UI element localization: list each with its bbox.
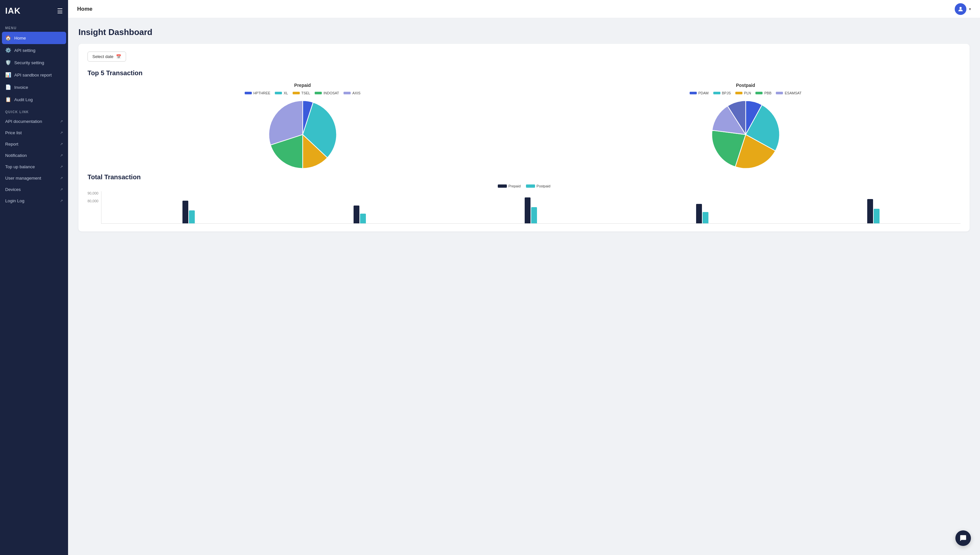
- content-area: Insight Dashboard Select date 📅 Top 5 Tr…: [68, 18, 980, 555]
- hamburger-icon[interactable]: ☰: [57, 7, 63, 15]
- postpaid-legend-item-BPJS: BPJS: [713, 91, 731, 95]
- legend-color: [293, 92, 300, 94]
- legend-color: [245, 92, 252, 94]
- prepaid-legend-item-TSEL: TSEL: [293, 91, 311, 95]
- chevron-down-icon[interactable]: ▾: [969, 7, 971, 11]
- pie-charts-row: Prepaid HPTHREEXLTSELINDOSATAXIS Postpai…: [88, 83, 961, 170]
- y-label-80k: 80,000: [88, 199, 99, 203]
- bar-prepaid-0: [183, 201, 188, 223]
- quick-link-api-documentation[interactable]: API documentation↗: [0, 116, 68, 127]
- external-link-icon-5: ↗: [60, 176, 63, 180]
- bar-group-4: [789, 199, 958, 223]
- sidebar: IAK ☰ MENU 🏠Home⚙️API setting🛡️Security …: [0, 0, 68, 555]
- bar-postpaid-1: [360, 213, 366, 223]
- sidebar-item-api-setting[interactable]: ⚙️API setting: [0, 44, 68, 56]
- nav-icon-1: ⚙️: [5, 47, 11, 53]
- topbar: Home ▾: [68, 0, 980, 18]
- nav-icon-2: 🛡️: [5, 59, 11, 66]
- topbar-right: ▾: [955, 3, 971, 15]
- legend-color: [275, 92, 282, 94]
- nav-icon-5: 📋: [5, 96, 11, 103]
- bar-group-0: [104, 201, 273, 223]
- main-area: Home ▾ Insight Dashboard Select date 📅 T…: [68, 0, 980, 555]
- bar-postpaid-3: [703, 212, 708, 223]
- legend-color: [690, 92, 697, 94]
- bar-postpaid-4: [874, 209, 879, 223]
- prepaid-legend-item-INDOSAT: INDOSAT: [315, 91, 339, 95]
- bar-legend-item-prepaid: Prepaid: [498, 184, 521, 188]
- quick-link-devices[interactable]: Devices↗: [0, 184, 68, 195]
- user-avatar[interactable]: [955, 3, 966, 15]
- external-link-icon-7: ↗: [60, 199, 63, 203]
- bar-postpaid-2: [531, 207, 537, 223]
- prepaid-pie-chart: [267, 99, 338, 170]
- legend-color: [713, 92, 721, 94]
- postpaid-legend-item-PLN: PLN: [735, 91, 751, 95]
- svg-point-0: [959, 7, 962, 9]
- prepaid-legend-item-HPTHREE: HPTHREE: [245, 91, 271, 95]
- postpaid-legend-item-ESAMSAT: ESAMSAT: [776, 91, 801, 95]
- y-axis: 90,000 80,000: [88, 191, 99, 224]
- topbar-title: Home: [77, 6, 92, 12]
- sidebar-item-audit-log[interactable]: 📋Audit Log: [0, 93, 68, 106]
- sidebar-item-home[interactable]: 🏠Home: [2, 32, 66, 44]
- prepaid-legend-item-XL: XL: [275, 91, 288, 95]
- top5-title: Top 5 Transaction: [88, 69, 961, 77]
- postpaid-legend: PDAMBPJSPLNPBBESAMSAT: [690, 91, 801, 95]
- legend-color: [344, 92, 351, 94]
- select-date-label: Select date: [92, 54, 114, 59]
- dashboard-title: Insight Dashboard: [78, 27, 970, 37]
- quick-link-notification[interactable]: Notification↗: [0, 150, 68, 161]
- main-card: Select date 📅 Top 5 Transaction Prepaid …: [78, 44, 970, 231]
- y-label-90k: 90,000: [88, 191, 99, 195]
- logo: IAK: [5, 6, 21, 16]
- sidebar-item-api-sandbox-report[interactable]: 📊API sandbox report: [0, 69, 68, 81]
- sidebar-item-security-setting[interactable]: 🛡️Security setting: [0, 56, 68, 69]
- quick-link-login-log[interactable]: Login Log↗: [0, 195, 68, 207]
- bar-prepaid-4: [867, 199, 873, 223]
- bar-chart-legend: PrepaidPostpaid: [88, 184, 961, 188]
- bar-legend-color: [526, 184, 535, 188]
- nav-icon-0: 🏠: [5, 35, 11, 41]
- bar-postpaid-0: [189, 210, 195, 223]
- select-date-button[interactable]: Select date 📅: [88, 51, 126, 62]
- calendar-icon: 📅: [116, 54, 121, 59]
- legend-color: [735, 92, 743, 94]
- quick-link-user-management[interactable]: User management↗: [0, 172, 68, 184]
- bar-group-2: [446, 197, 615, 223]
- sidebar-logo: IAK ☰: [0, 0, 68, 22]
- chat-fab-button[interactable]: [955, 530, 971, 546]
- quick-link-section-label: QUICK LINK: [0, 106, 68, 116]
- nav-icon-4: 📄: [5, 84, 11, 90]
- bar-legend-item-postpaid: Postpaid: [526, 184, 551, 188]
- prepaid-chart-title: Prepaid: [294, 83, 311, 88]
- legend-color: [776, 92, 783, 94]
- sidebar-item-invoice[interactable]: 📄Invoice: [0, 81, 68, 93]
- bar-chart-area: 90,000 80,000: [88, 191, 961, 224]
- legend-color: [756, 92, 762, 94]
- quick-link-report[interactable]: Report↗: [0, 138, 68, 150]
- nav-items: 🏠Home⚙️API setting🛡️Security setting📊API…: [0, 32, 68, 106]
- postpaid-pie-chart: [710, 99, 781, 170]
- total-transaction-title: Total Transaction: [88, 173, 961, 181]
- menu-section-label: MENU: [0, 22, 68, 32]
- external-link-icon-6: ↗: [60, 188, 63, 192]
- external-link-icon-2: ↗: [60, 142, 63, 146]
- external-link-icon-1: ↗: [60, 131, 63, 135]
- external-link-icon-0: ↗: [60, 119, 63, 124]
- prepaid-chart-container: Prepaid HPTHREEXLTSELINDOSATAXIS: [88, 83, 517, 170]
- bar-prepaid-3: [696, 204, 702, 223]
- bar-prepaid-1: [354, 205, 359, 223]
- quick-links: API documentation↗Price list↗Report↗Noti…: [0, 116, 68, 207]
- postpaid-legend-item-PDAM: PDAM: [690, 91, 709, 95]
- postpaid-chart-title: Postpaid: [736, 83, 755, 88]
- bar-prepaid-2: [525, 197, 530, 223]
- external-link-icon-3: ↗: [60, 153, 63, 157]
- postpaid-chart-container: Postpaid PDAMBPJSPLNPBBESAMSAT: [530, 83, 961, 170]
- prepaid-legend-item-AXIS: AXIS: [344, 91, 360, 95]
- quick-link-top-up-balance[interactable]: Top up balance↗: [0, 161, 68, 172]
- external-link-icon-4: ↗: [60, 165, 63, 169]
- bar-chart: [101, 191, 961, 224]
- prepaid-legend: HPTHREEXLTSELINDOSATAXIS: [245, 91, 361, 95]
- quick-link-price-list[interactable]: Price list↗: [0, 127, 68, 138]
